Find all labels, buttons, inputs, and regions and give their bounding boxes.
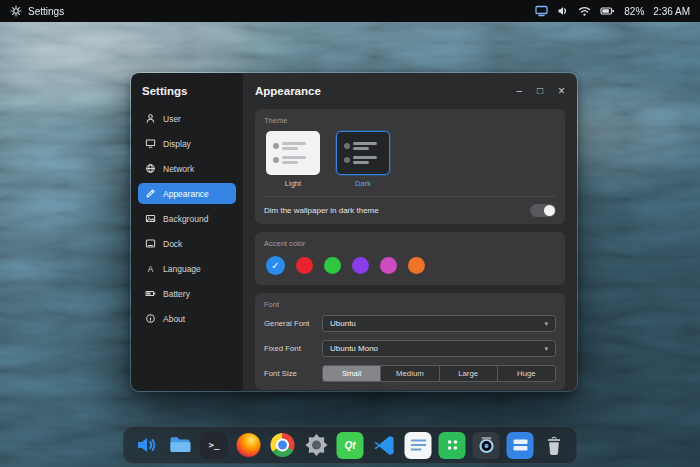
accent-swatch-magenta[interactable] xyxy=(380,257,397,274)
check-icon: ✓ xyxy=(271,261,279,271)
minimize-button[interactable]: – xyxy=(516,86,522,96)
desktop: Settings 82% xyxy=(0,0,700,467)
top-bar: Settings 82% xyxy=(0,0,700,22)
font-size-medium[interactable]: Medium xyxy=(381,366,439,381)
sidebar-item-label: Dock xyxy=(163,239,182,249)
fixed-font-select[interactable]: Ubuntu Mono ▾ xyxy=(322,340,556,357)
general-font-select[interactable]: Ubuntu ▾ xyxy=(322,315,556,332)
toggle-knob xyxy=(544,205,555,216)
battery-icon[interactable] xyxy=(600,5,615,17)
theme-dark-label: Dark xyxy=(336,179,390,188)
globe-icon xyxy=(145,163,156,174)
trash-icon xyxy=(543,434,566,457)
qt-logo-icon: Qt xyxy=(344,440,355,451)
chevron-down-icon: ▾ xyxy=(544,320,548,327)
text-lines-icon xyxy=(410,438,426,452)
settings-gear-icon xyxy=(10,5,22,17)
sidebar-item-dock[interactable]: Dock xyxy=(138,233,236,254)
user-icon xyxy=(145,113,156,124)
display-icon xyxy=(145,138,156,149)
brush-icon xyxy=(145,188,156,199)
battery-icon xyxy=(145,288,156,299)
accent-color-section: Accent color ✓ xyxy=(255,232,565,285)
image-icon xyxy=(145,213,156,224)
clock[interactable]: 2:36 AM xyxy=(653,6,690,17)
fixed-font-row: Fixed Font Ubuntu Mono ▾ xyxy=(264,340,556,357)
page-title: Appearance xyxy=(255,85,321,97)
font-size-label: Font Size xyxy=(264,369,322,378)
accent-swatch-blue[interactable]: ✓ xyxy=(266,256,285,275)
sidebar: Settings User Display Network Appearance… xyxy=(131,73,243,391)
dock-icon-firefox[interactable] xyxy=(235,432,262,459)
sidebar-item-label: User xyxy=(163,114,181,124)
maximize-button[interactable]: □ xyxy=(537,86,543,96)
sidebar-item-label: Language xyxy=(163,264,201,274)
terminal-prompt-icon: >_ xyxy=(209,440,220,450)
wifi-icon[interactable] xyxy=(578,6,591,17)
dock-icon-files[interactable] xyxy=(167,432,194,459)
svg-text:A: A xyxy=(148,265,154,274)
sidebar-item-battery[interactable]: Battery xyxy=(138,283,236,304)
dock-icon-trash[interactable] xyxy=(541,432,568,459)
dock-icon-file-cabinet[interactable] xyxy=(507,432,534,459)
folder-icon xyxy=(168,433,192,457)
speaker-icon xyxy=(134,433,158,457)
sidebar-item-appearance[interactable]: Appearance xyxy=(138,183,236,204)
vscode-icon xyxy=(373,434,396,457)
app-grid-icon xyxy=(445,438,459,452)
font-size-large[interactable]: Large xyxy=(440,366,498,381)
fixed-font-value: Ubuntu Mono xyxy=(330,344,378,353)
sidebar-item-background[interactable]: Background xyxy=(138,208,236,229)
theme-option-dark-wrap: Dark xyxy=(336,131,390,188)
dock-icon xyxy=(145,238,156,249)
dock-icon-software-center[interactable] xyxy=(439,432,466,459)
sidebar-item-language[interactable]: A Language xyxy=(138,258,236,279)
dock-icon-terminal[interactable]: >_ xyxy=(201,432,228,459)
sidebar-item-network[interactable]: Network xyxy=(138,158,236,179)
content-pane: Appearance – □ × Theme Light xyxy=(243,73,577,391)
font-section-title: Font xyxy=(264,300,556,309)
dock-icon-system-settings[interactable] xyxy=(303,432,330,459)
sidebar-item-label: Display xyxy=(163,139,191,149)
sidebar-item-label: Appearance xyxy=(163,189,209,199)
chevron-down-icon: ▾ xyxy=(544,345,548,352)
sidebar-item-user[interactable]: User xyxy=(138,108,236,129)
camera-lens-icon xyxy=(474,433,498,457)
settings-window: Settings User Display Network Appearance… xyxy=(130,72,578,392)
accent-swatch-green[interactable] xyxy=(324,257,341,274)
dock-icon-chrome[interactable] xyxy=(269,432,296,459)
dock: >_ Qt xyxy=(123,426,578,464)
sidebar-item-label: About xyxy=(163,314,185,324)
accent-swatch-red[interactable] xyxy=(296,257,313,274)
font-size-small[interactable]: Small xyxy=(323,366,381,381)
theme-options: Light Dark xyxy=(264,131,556,188)
accent-color-swatches: ✓ xyxy=(264,254,556,278)
status-tray: 82% 2:36 AM xyxy=(535,5,690,17)
dock-icon-text-editor[interactable] xyxy=(405,432,432,459)
dock-icon-media-player[interactable] xyxy=(133,432,160,459)
font-size-segmented-control: Small Medium Large Huge xyxy=(322,365,556,382)
sidebar-item-display[interactable]: Display xyxy=(138,133,236,154)
drawer-icon xyxy=(512,438,528,452)
theme-option-dark[interactable] xyxy=(336,131,390,175)
general-font-value: Ubuntu xyxy=(330,319,356,328)
theme-section: Theme Light Dark xyxy=(255,109,565,224)
accent-swatch-purple[interactable] xyxy=(352,257,369,274)
font-size-huge[interactable]: Huge xyxy=(498,366,555,381)
accent-swatch-orange[interactable] xyxy=(408,257,425,274)
focused-app-name: Settings xyxy=(28,6,64,17)
dock-icon-vscode[interactable] xyxy=(371,432,398,459)
content-header: Appearance – □ × xyxy=(255,81,565,101)
volume-icon[interactable] xyxy=(557,5,569,17)
window-controls: – □ × xyxy=(516,85,565,97)
battery-percent: 82% xyxy=(624,6,644,17)
sidebar-item-about[interactable]: About xyxy=(138,308,236,329)
display-cast-icon[interactable] xyxy=(535,5,548,17)
dock-icon-camera[interactable] xyxy=(473,432,500,459)
close-button[interactable]: × xyxy=(558,85,565,97)
dim-wallpaper-toggle[interactable] xyxy=(530,204,556,217)
focused-app-indicator[interactable]: Settings xyxy=(10,5,64,17)
dock-icon-qt-creator[interactable]: Qt xyxy=(337,432,364,459)
theme-option-light[interactable] xyxy=(266,131,320,175)
sidebar-title: Settings xyxy=(138,81,236,108)
